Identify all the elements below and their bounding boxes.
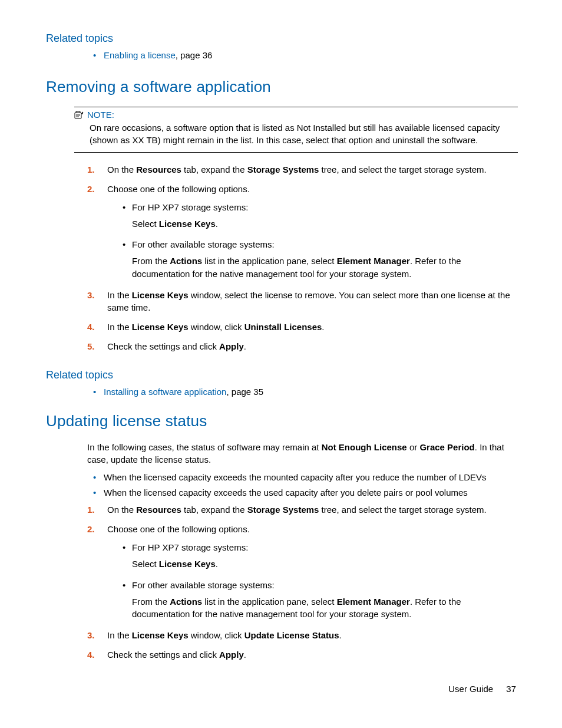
- text: tab, expand the: [181, 164, 247, 174]
- note-head: NOTE:: [74, 110, 518, 120]
- footer-label: User Guide: [448, 684, 493, 694]
- bold: License Keys: [132, 630, 189, 640]
- text-line: Select License Keys.: [132, 218, 518, 230]
- list-item: Enabling a license, page 36: [87, 50, 518, 61]
- list-item: For other available storage systems: Fro…: [120, 579, 518, 621]
- bold: License Keys: [159, 219, 216, 229]
- text-line: From the Actions list in the application…: [132, 255, 518, 281]
- text: .: [322, 322, 324, 332]
- divider: [74, 107, 518, 107]
- step-item: In the License Keys window, select the l…: [87, 289, 518, 314]
- related-topics-heading: Related topics: [46, 32, 518, 45]
- text: Check the settings and click: [107, 650, 219, 660]
- heading-updating-license: Updating license status: [46, 412, 518, 430]
- text-line: Select License Keys.: [132, 558, 518, 571]
- page-footer: User Guide 37: [448, 684, 516, 694]
- text: In the: [107, 630, 132, 640]
- text: Select: [132, 219, 159, 229]
- text: .: [339, 630, 342, 640]
- condition-list: When the licensed capacity exceeds the m…: [87, 472, 518, 499]
- bold: Storage Systems: [247, 164, 319, 174]
- step-item: On the Resources tab, expand the Storage…: [87, 503, 518, 516]
- bold: Apply: [219, 341, 244, 351]
- note-icon: [74, 111, 84, 119]
- note-block: NOTE: On rare occasions, a software opti…: [74, 107, 518, 153]
- link-suffix: , page 36: [176, 50, 213, 60]
- list-item: Installing a software application, page …: [87, 386, 518, 398]
- text: On the: [107, 505, 136, 515]
- bold: Apply: [219, 650, 244, 660]
- list-item: For HP XP7 storage systems: Select Licen…: [120, 201, 518, 230]
- text: or: [407, 442, 420, 452]
- text: Choose one of the following options.: [107, 524, 250, 534]
- heading-removing-software: Removing a software application: [46, 78, 518, 96]
- step-item: On the Resources tab, expand the Storage…: [87, 163, 518, 176]
- bold: License Keys: [132, 290, 189, 300]
- text: For HP XP7 storage systems:: [132, 202, 248, 212]
- step-item: In the License Keys window, click Uninst…: [87, 321, 518, 333]
- text: window, click: [189, 322, 244, 332]
- text: tree, and select the target storage syst…: [319, 164, 486, 174]
- text: From the: [132, 256, 170, 266]
- link-enabling-license[interactable]: Enabling a license: [104, 50, 176, 60]
- intro-paragraph: In the following cases, the status of so…: [87, 441, 518, 466]
- page: Related topics Enabling a license, page …: [0, 0, 562, 728]
- text: On the: [107, 164, 136, 174]
- steps-removing: On the Resources tab, expand the Storage…: [87, 163, 518, 353]
- text: In the: [107, 322, 132, 332]
- bold: Uninstall Licenses: [244, 322, 322, 332]
- text: list in the application pane, select: [202, 256, 336, 266]
- text: For HP XP7 storage systems:: [132, 542, 248, 552]
- text: .: [216, 559, 218, 569]
- bold: Resources: [136, 505, 181, 515]
- related-topics-list: Enabling a license, page 36: [87, 50, 518, 61]
- text: In the following cases, the status of so…: [87, 442, 322, 452]
- note-label: NOTE:: [87, 110, 114, 120]
- step-item: Choose one of the following options. For…: [87, 523, 518, 621]
- bold: Element Manager: [337, 597, 410, 607]
- text: tab, expand the: [181, 505, 247, 515]
- text: .: [244, 341, 246, 351]
- list-item: For other available storage systems: Fro…: [120, 238, 518, 280]
- steps-updating: On the Resources tab, expand the Storage…: [87, 503, 518, 661]
- list-item: When the licensed capacity exceeds the u…: [87, 487, 518, 499]
- text: For other available storage systems:: [132, 580, 275, 590]
- bold: License Keys: [159, 559, 216, 569]
- sub-bullets: For HP XP7 storage systems: Select Licen…: [120, 201, 518, 281]
- text: Select: [132, 559, 159, 569]
- list-item: For HP XP7 storage systems: Select Licen…: [120, 541, 518, 571]
- related-topics-heading: Related topics: [46, 369, 518, 381]
- bold: Not Enough License: [322, 442, 407, 452]
- step-item: In the License Keys window, click Update…: [87, 629, 518, 641]
- text: For other available storage systems:: [132, 239, 275, 249]
- text: Check the settings and click: [107, 341, 219, 351]
- bold: Element Manager: [337, 256, 410, 266]
- text: .: [216, 219, 218, 229]
- link-suffix: , page 35: [226, 387, 263, 397]
- text: From the: [132, 597, 170, 607]
- bold: License Keys: [132, 322, 189, 332]
- related-topics-list: Installing a software application, page …: [87, 386, 518, 398]
- text-line: From the Actions list in the application…: [132, 595, 518, 621]
- divider: [74, 152, 518, 153]
- bold: Update License Status: [244, 630, 339, 640]
- text: window, click: [189, 630, 244, 640]
- list-item: When the licensed capacity exceeds the m…: [87, 472, 518, 483]
- page-number: 37: [506, 684, 516, 694]
- text: Choose one of the following options.: [107, 184, 250, 194]
- step-item: Check the settings and click Apply.: [87, 340, 518, 353]
- text: .: [244, 650, 246, 660]
- text: In the: [107, 290, 132, 300]
- link-installing-software[interactable]: Installing a software application: [104, 387, 226, 397]
- text: tree, and select the target storage syst…: [319, 505, 486, 515]
- bold: Resources: [136, 164, 181, 174]
- bold: Storage Systems: [247, 505, 319, 515]
- note-body: On rare occasions, a software option tha…: [90, 122, 518, 146]
- text: list in the application pane, select: [202, 597, 336, 607]
- bold: Grace Period: [419, 442, 474, 452]
- step-item: Choose one of the following options. For…: [87, 183, 518, 281]
- bold: Actions: [170, 597, 202, 607]
- bold: Actions: [170, 256, 202, 266]
- step-item: Check the settings and click Apply.: [87, 648, 518, 661]
- sub-bullets: For HP XP7 storage systems: Select Licen…: [120, 541, 518, 621]
